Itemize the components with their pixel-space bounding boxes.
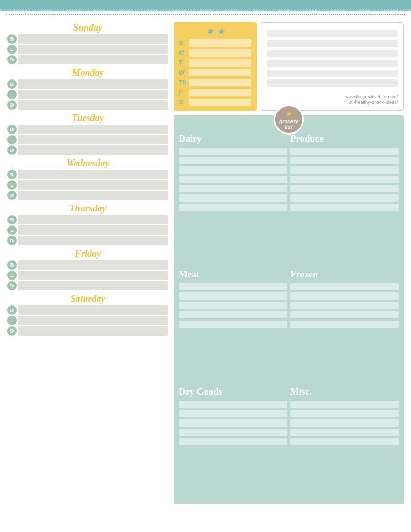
grocery-input-line[interactable] — [179, 185, 287, 192]
meal-input-line[interactable] — [18, 326, 168, 336]
meal-label-icon: B — [7, 215, 17, 224]
meal-row[interactable]: B — [7, 260, 168, 270]
grocery-input-line[interactable] — [290, 204, 399, 211]
goals-line[interactable] — [189, 79, 251, 86]
meal-input-line[interactable] — [18, 225, 168, 235]
meal-row[interactable]: D — [7, 55, 168, 64]
meal-row[interactable]: B — [7, 215, 168, 224]
meal-row[interactable]: D — [7, 191, 168, 200]
grocery-input-line[interactable] — [290, 194, 399, 202]
grocery-input-line[interactable] — [290, 410, 399, 417]
grocery-input-line[interactable] — [179, 283, 287, 290]
grocery-input-line[interactable] — [290, 148, 399, 155]
meal-input-line[interactable] — [18, 90, 168, 99]
meal-input-line[interactable] — [18, 100, 168, 110]
grocery-input-line[interactable] — [179, 194, 287, 202]
grocery-input-line[interactable] — [290, 166, 399, 174]
meal-input-line[interactable] — [18, 260, 168, 270]
meal-input-line[interactable] — [18, 34, 168, 44]
goals-row: F — [179, 89, 251, 96]
grocery-input-line[interactable] — [179, 292, 287, 300]
grocery-input-line[interactable] — [179, 321, 287, 328]
meal-row[interactable]: B — [7, 34, 168, 44]
meal-row[interactable]: L — [7, 225, 168, 235]
grocery-input-line[interactable] — [179, 429, 287, 436]
meal-input-line[interactable] — [18, 191, 168, 200]
grocery-input-line[interactable] — [179, 148, 287, 155]
snack-line[interactable] — [267, 40, 398, 47]
meal-row[interactable]: L — [7, 90, 168, 99]
meal-label-icon: B — [7, 34, 17, 44]
meal-input-line[interactable] — [18, 281, 168, 290]
meal-row[interactable]: B — [7, 305, 168, 315]
grocery-input-line[interactable] — [290, 302, 399, 309]
meal-row[interactable]: L — [7, 45, 168, 54]
grocery-input-line[interactable] — [290, 176, 399, 183]
snack-line[interactable] — [267, 50, 398, 57]
grocery-input-line[interactable] — [179, 176, 287, 183]
meal-input-line[interactable] — [18, 79, 168, 89]
snack-line[interactable] — [267, 60, 398, 67]
grocery-input-line[interactable] — [290, 438, 399, 445]
grocery-input-line[interactable] — [179, 166, 287, 174]
goals-line[interactable] — [189, 59, 251, 66]
grocery-input-line[interactable] — [290, 311, 399, 318]
grocery-input-line[interactable] — [290, 321, 399, 328]
meal-input-line[interactable] — [18, 236, 168, 245]
meal-row[interactable]: B — [7, 125, 168, 134]
grocery-input-line[interactable] — [290, 283, 399, 290]
grocery-input-line[interactable] — [179, 410, 287, 417]
grocery-input-line[interactable] — [290, 401, 399, 408]
goals-line[interactable] — [189, 99, 251, 106]
grocery-input-line[interactable] — [179, 438, 287, 445]
meal-row[interactable]: L — [7, 316, 168, 325]
meal-row[interactable]: B — [7, 79, 168, 89]
header — [0, 0, 411, 11]
snack-line[interactable] — [267, 30, 398, 37]
grocery-input-line[interactable] — [179, 157, 287, 164]
meal-input-line[interactable] — [18, 215, 168, 224]
grocery-input-line[interactable] — [290, 157, 399, 164]
meal-row[interactable]: D — [7, 326, 168, 336]
goals-row: M — [179, 49, 251, 57]
grocery-input-line[interactable] — [290, 292, 399, 300]
meal-input-line[interactable] — [18, 45, 168, 54]
meal-input-line[interactable] — [18, 180, 168, 190]
goals-day-label: W — [179, 69, 186, 76]
goals-day-label: Th — [179, 79, 186, 86]
meal-input-line[interactable] — [18, 316, 168, 325]
meal-input-line[interactable] — [18, 305, 168, 315]
meal-row[interactable]: L — [7, 180, 168, 190]
meal-row[interactable]: D — [7, 236, 168, 245]
grocery-input-line[interactable] — [179, 204, 287, 211]
snack-line[interactable] — [267, 79, 398, 87]
meal-input-line[interactable] — [18, 145, 168, 155]
grocery-section-title: Dry Goods — [179, 387, 287, 398]
goals-line[interactable] — [189, 49, 251, 57]
grocery-input-line[interactable] — [290, 429, 399, 436]
meal-input-line[interactable] — [18, 55, 168, 64]
meal-input-line[interactable] — [18, 170, 168, 179]
right-column: ★ ★ SMTWThFS www.thecreativebite.com/20-… — [174, 22, 404, 504]
goals-box: ★ ★ SMTWThFS — [174, 22, 257, 111]
meal-row[interactable]: L — [7, 135, 168, 144]
meal-input-line[interactable] — [18, 125, 168, 134]
goals-line[interactable] — [189, 89, 251, 96]
goals-line[interactable] — [189, 39, 251, 47]
meal-input-line[interactable] — [18, 135, 168, 144]
meal-row[interactable]: L — [7, 271, 168, 280]
grocery-input-line[interactable] — [290, 185, 399, 192]
goals-line[interactable] — [189, 69, 251, 76]
grocery-input-line[interactable] — [179, 401, 287, 408]
snack-line[interactable] — [267, 70, 398, 77]
grocery-input-line[interactable] — [290, 419, 399, 427]
grocery-input-line[interactable] — [179, 419, 287, 427]
day-name-friday: Friday — [7, 248, 168, 259]
meal-row[interactable]: D — [7, 100, 168, 110]
meal-input-line[interactable] — [18, 271, 168, 280]
grocery-input-line[interactable] — [179, 302, 287, 309]
meal-row[interactable]: D — [7, 145, 168, 155]
meal-row[interactable]: D — [7, 281, 168, 290]
meal-row[interactable]: B — [7, 170, 168, 179]
grocery-input-line[interactable] — [179, 311, 287, 318]
